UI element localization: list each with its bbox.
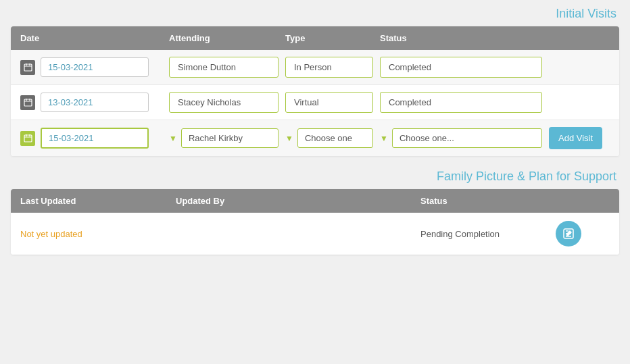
date-cell-2: 13-03-2021	[20, 93, 169, 112]
status-select-3: ▼ Choose one...	[380, 128, 542, 148]
status-cell-1: Completed	[380, 57, 549, 78]
initial-visits-title: Initial Visits	[11, 7, 619, 21]
date-cell-1: 15-03-2021	[20, 57, 169, 77]
svg-rect-4	[24, 99, 32, 106]
table-row: 15-03-2021 ▼ Rachel Kirkby ▼ Choose one …	[11, 120, 619, 156]
type-value-1: In Person	[285, 57, 373, 78]
initial-visits-header: Date Attending Type Status	[11, 26, 619, 50]
header-status: Status	[420, 196, 556, 206]
family-picture-header: Last Updated Updated By Status	[11, 189, 619, 213]
status-dropdown-3[interactable]: Choose one...	[392, 128, 542, 148]
header-last-updated: Last Updated	[20, 196, 176, 206]
initial-visits-card: Date Attending Type Status 15-03-2021	[11, 26, 619, 156]
date-cell-3: 15-03-2021	[20, 128, 169, 149]
family-picture-section: Family Picture & Plan for Support Last U…	[11, 170, 619, 255]
type-select-3: ▼ Choose one	[285, 128, 373, 148]
edit-icon-button[interactable]	[556, 221, 581, 246]
chevron-down-icon: ▼	[380, 134, 388, 143]
status-value-1: Completed	[380, 57, 542, 78]
calendar-icon[interactable]	[20, 60, 35, 75]
type-value-2: Virtual	[285, 92, 373, 113]
status-cell-3: ▼ Choose one...	[380, 128, 549, 148]
type-cell-1: In Person	[285, 57, 380, 78]
initial-visits-section: Initial Visits Date Attending Type Statu…	[11, 7, 619, 156]
attending-cell-3: ▼ Rachel Kirkby	[169, 128, 285, 148]
header-status: Status	[380, 33, 549, 43]
calendar-icon-green[interactable]	[20, 131, 35, 146]
family-picture-card: Last Updated Updated By Status Not yet u…	[11, 189, 619, 255]
chevron-down-icon: ▼	[285, 134, 293, 143]
header-updated-by: Updated By	[176, 196, 420, 206]
header-date: Date	[20, 33, 169, 43]
table-row: 13-03-2021 Stacey Nicholas Virtual Compl…	[11, 85, 619, 120]
header-type: Type	[285, 33, 380, 43]
status-value: Pending Completion	[420, 229, 556, 239]
type-dropdown-3[interactable]: Choose one	[297, 128, 373, 148]
svg-rect-0	[24, 64, 32, 71]
date-input-1[interactable]: 15-03-2021	[41, 57, 149, 77]
header-attending: Attending	[169, 33, 285, 43]
status-value-2: Completed	[380, 92, 542, 113]
calendar-icon[interactable]	[20, 95, 35, 110]
chevron-down-icon: ▼	[169, 134, 177, 143]
type-cell-3: ▼ Choose one	[285, 128, 380, 148]
date-input-3[interactable]: 15-03-2021	[41, 128, 149, 149]
table-row: Not yet updated Pending Completion	[11, 213, 619, 255]
attending-select-3: ▼ Rachel Kirkby	[169, 128, 278, 148]
attending-value-2: Stacey Nicholas	[169, 92, 278, 113]
status-cell-2: Completed	[380, 92, 549, 113]
last-updated-value: Not yet updated	[20, 229, 176, 239]
date-value-2: 13-03-2021	[48, 97, 93, 107]
attending-cell-1: Simone Dutton	[169, 57, 285, 78]
attending-cell-2: Stacey Nicholas	[169, 92, 285, 113]
attending-dropdown-3[interactable]: Rachel Kirkby	[181, 128, 278, 148]
family-picture-title: Family Picture & Plan for Support	[11, 170, 619, 184]
date-input-2[interactable]: 13-03-2021	[41, 93, 149, 112]
table-row: 15-03-2021 Simone Dutton In Person Compl…	[11, 50, 619, 85]
attending-value-1: Simone Dutton	[169, 57, 278, 78]
add-visit-button[interactable]: Add Visit	[549, 127, 602, 149]
svg-rect-8	[24, 135, 32, 142]
date-value-3: 15-03-2021	[49, 133, 94, 143]
date-value-1: 15-03-2021	[48, 62, 93, 72]
type-cell-2: Virtual	[285, 92, 380, 113]
